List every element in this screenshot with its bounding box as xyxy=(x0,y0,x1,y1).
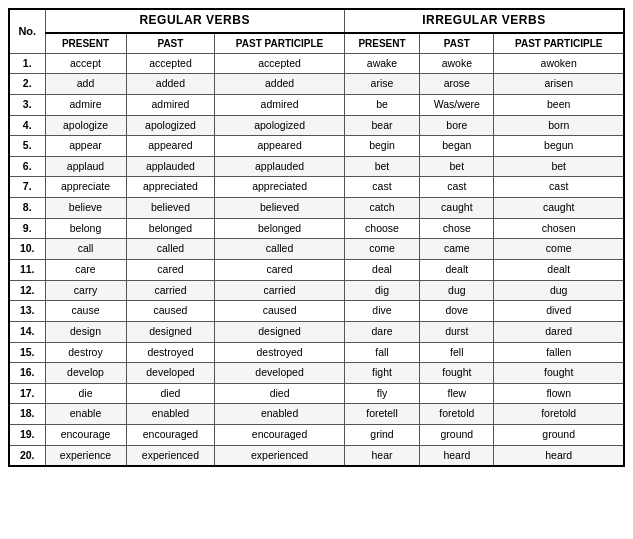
i-present: fight xyxy=(344,363,419,384)
r-past: admired xyxy=(126,94,215,115)
r-past: encouraged xyxy=(126,425,215,446)
table-row: 18.enableenabledenabledforetellforetoldf… xyxy=(9,404,624,425)
i-pp: come xyxy=(494,239,624,260)
table-row: 4.apologizeapologizedapologizedbearboreb… xyxy=(9,115,624,136)
r-past: called xyxy=(126,239,215,260)
i-pp: begun xyxy=(494,136,624,157)
i-pp: dared xyxy=(494,321,624,342)
table-row: 2.addaddedaddedarisearosearisen xyxy=(9,74,624,95)
i-past: Was/were xyxy=(420,94,494,115)
no-header: No. xyxy=(9,9,45,53)
i-past: caught xyxy=(420,198,494,219)
r-past: belonged xyxy=(126,218,215,239)
i-pp: fought xyxy=(494,363,624,384)
i-past: came xyxy=(420,239,494,260)
i-pp: awoken xyxy=(494,53,624,74)
i-past: awoke xyxy=(420,53,494,74)
row-no: 4. xyxy=(9,115,45,136)
r-pp: appeared xyxy=(215,136,344,157)
r-past: apologized xyxy=(126,115,215,136)
r-past: added xyxy=(126,74,215,95)
table-row: 16.developdevelopeddevelopedfightfoughtf… xyxy=(9,363,624,384)
i-past: chose xyxy=(420,218,494,239)
table-row: 17.diedieddiedflyflewflown xyxy=(9,383,624,404)
r-pp: encouraged xyxy=(215,425,344,446)
r-present: die xyxy=(45,383,126,404)
r-present: carry xyxy=(45,280,126,301)
i-present: fly xyxy=(344,383,419,404)
i-present: grind xyxy=(344,425,419,446)
row-no: 12. xyxy=(9,280,45,301)
r-present: accept xyxy=(45,53,126,74)
r-present: applaud xyxy=(45,156,126,177)
i-past: heard xyxy=(420,445,494,466)
r-pp: caused xyxy=(215,301,344,322)
row-no: 18. xyxy=(9,404,45,425)
i-past: fell xyxy=(420,342,494,363)
i-present: awake xyxy=(344,53,419,74)
r-present: care xyxy=(45,260,126,281)
i-past: arose xyxy=(420,74,494,95)
i-past: durst xyxy=(420,321,494,342)
r-pp: added xyxy=(215,74,344,95)
i-past: ground xyxy=(420,425,494,446)
r-pp: died xyxy=(215,383,344,404)
i-present: dive xyxy=(344,301,419,322)
r-present-header: PRESENT xyxy=(45,33,126,54)
r-pp: destroyed xyxy=(215,342,344,363)
r-pp: developed xyxy=(215,363,344,384)
row-no: 19. xyxy=(9,425,45,446)
i-past: dealt xyxy=(420,260,494,281)
i-present: cast xyxy=(344,177,419,198)
table-row: 15.destroydestroyeddestroyedfallfellfall… xyxy=(9,342,624,363)
row-no: 1. xyxy=(9,53,45,74)
table-row: 13.causecausedcauseddivedovedived xyxy=(9,301,624,322)
i-past: began xyxy=(420,136,494,157)
table-row: 20.experienceexperiencedexperiencedhearh… xyxy=(9,445,624,466)
i-present: bet xyxy=(344,156,419,177)
i-present: choose xyxy=(344,218,419,239)
r-past: carried xyxy=(126,280,215,301)
table-row: 6.applaudapplaudedapplaudedbetbetbet xyxy=(9,156,624,177)
i-present: begin xyxy=(344,136,419,157)
row-no: 2. xyxy=(9,74,45,95)
i-pp: born xyxy=(494,115,624,136)
r-past: appeared xyxy=(126,136,215,157)
table-row: 12.carrycarriedcarrieddigdugdug xyxy=(9,280,624,301)
r-present: design xyxy=(45,321,126,342)
table-row: 9.belongbelongedbelongedchoosechosechose… xyxy=(9,218,624,239)
r-pp: experienced xyxy=(215,445,344,466)
row-no: 15. xyxy=(9,342,45,363)
r-pp: apologized xyxy=(215,115,344,136)
i-pp: caught xyxy=(494,198,624,219)
r-present: belong xyxy=(45,218,126,239)
r-past: developed xyxy=(126,363,215,384)
i-past-header: PAST xyxy=(420,33,494,54)
r-past: designed xyxy=(126,321,215,342)
r-past: destroyed xyxy=(126,342,215,363)
row-no: 6. xyxy=(9,156,45,177)
i-past: foretold xyxy=(420,404,494,425)
i-pp: dived xyxy=(494,301,624,322)
row-no: 20. xyxy=(9,445,45,466)
i-present: come xyxy=(344,239,419,260)
i-present: be xyxy=(344,94,419,115)
i-present: bear xyxy=(344,115,419,136)
row-no: 17. xyxy=(9,383,45,404)
r-pp: cared xyxy=(215,260,344,281)
r-past: experienced xyxy=(126,445,215,466)
r-pp-header: PAST PARTICIPLE xyxy=(215,33,344,54)
i-pp: ground xyxy=(494,425,624,446)
r-present: call xyxy=(45,239,126,260)
r-pp: designed xyxy=(215,321,344,342)
r-present: appreciate xyxy=(45,177,126,198)
r-pp: believed xyxy=(215,198,344,219)
r-present: destroy xyxy=(45,342,126,363)
i-past: bore xyxy=(420,115,494,136)
row-no: 16. xyxy=(9,363,45,384)
r-pp: carried xyxy=(215,280,344,301)
r-present: admire xyxy=(45,94,126,115)
i-pp: flown xyxy=(494,383,624,404)
i-present: foretell xyxy=(344,404,419,425)
r-pp: appreciated xyxy=(215,177,344,198)
